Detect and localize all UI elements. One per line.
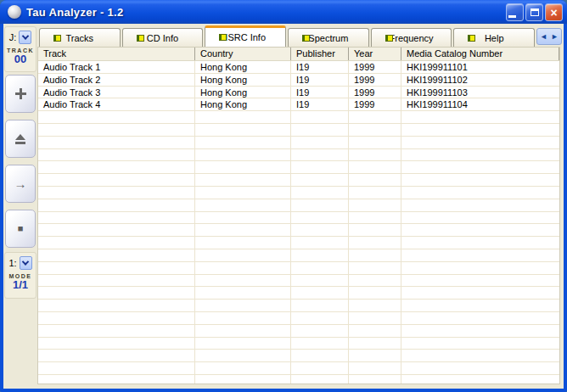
table-cell: Hong Kong: [195, 87, 291, 99]
tab-label: Spectrum: [308, 33, 348, 43]
tab-indicator-icon: [53, 35, 61, 42]
table-cell: Audio Track 3: [38, 87, 195, 99]
tab-indicator-icon: [137, 35, 144, 42]
stop-icon: ■: [18, 224, 24, 233]
isrc-info-panel: TrackCountryPublisherYearMedia Catalog N…: [37, 47, 560, 384]
window-title: Tau Analyzer - 1.2: [26, 6, 124, 19]
tab-spectrum[interactable]: Spectrum: [288, 28, 369, 47]
tab-isrc-info[interactable]: ISRC Info: [205, 25, 286, 47]
column-header-year: Year: [349, 48, 401, 60]
tab-next-button[interactable]: ►: [551, 33, 559, 41]
table-cell: Audio Track 4: [38, 98, 195, 111]
column-header-media-catalog-number: Media Catalog Number: [401, 48, 559, 60]
plus-button[interactable]: [5, 75, 36, 113]
tab-prev-button[interactable]: ◄: [540, 33, 547, 41]
tab-label: Help: [485, 33, 504, 43]
stop-button[interactable]: ■: [5, 210, 36, 248]
table-cell: Audio Track 2: [38, 74, 195, 87]
table-row[interactable]: Audio Track 3Hong KongI191999HKI19991110…: [38, 87, 559, 99]
tab-frequency[interactable]: Frequency: [371, 28, 452, 47]
drive-select[interactable]: [19, 31, 31, 44]
chevron-down-icon: [22, 258, 29, 265]
table-cell: I19: [291, 74, 349, 87]
mode-panel: 1: MODE 1/1: [4, 252, 36, 299]
session-select[interactable]: [20, 256, 32, 270]
sidebar: J: TRACK 00 → ■: [3, 24, 37, 389]
table-row[interactable]: Audio Track 2Hong KongI191999HKI19991110…: [38, 74, 559, 87]
tab-label: Tracks: [66, 33, 94, 43]
table-cell: Hong Kong: [195, 61, 291, 74]
table-cell: 1999: [349, 74, 401, 87]
minimize-button[interactable]: [506, 3, 524, 21]
close-icon: ×: [550, 7, 557, 19]
minimize-icon: [508, 15, 516, 18]
tab-tracks[interactable]: Tracks: [39, 28, 121, 47]
next-track-button[interactable]: →: [5, 165, 36, 203]
eject-icon: [15, 134, 25, 140]
table-cell: Audio Track 1: [38, 61, 195, 74]
table-cell: I19: [291, 98, 349, 111]
tab-indicator-icon: [302, 35, 310, 42]
table-cell: Hong Kong: [195, 98, 291, 111]
tab-label: Frequency: [390, 33, 434, 43]
session-select-value: 1:: [8, 258, 16, 268]
column-header-country: Country: [195, 48, 291, 60]
tab-scroll-buttons: ◄ ►: [536, 28, 562, 45]
drive-panel: J: TRACK 00: [4, 26, 36, 72]
column-header-track: Track: [38, 48, 195, 60]
tab-indicator-icon: [385, 35, 393, 42]
table-cell: HKI199911104: [401, 98, 559, 111]
tab-cd-info[interactable]: CD Info: [122, 28, 204, 47]
arrow-right-icon: →: [14, 177, 27, 190]
table-cell: I19: [291, 61, 349, 74]
eject-button[interactable]: [5, 120, 36, 158]
tab-label: ISRC Info: [225, 32, 266, 42]
titlebar: Tau Analyzer - 1.2 ×: [0, 0, 567, 24]
table-cell: HKI199911101: [401, 61, 559, 74]
tab-indicator-icon: [468, 35, 475, 42]
column-header-publisher: Publisher: [291, 48, 349, 60]
table-body: Audio Track 1Hong KongI191999HKI19991110…: [38, 61, 559, 384]
drive-select-value: J:: [9, 32, 17, 42]
table-cell: HKI199911102: [401, 74, 559, 87]
plus-icon: [15, 88, 26, 99]
table-cell: HKI199911103: [401, 87, 559, 99]
tab-label: CD Info: [147, 33, 178, 43]
window-body: J: TRACK 00 → ■: [3, 24, 564, 389]
table-cell: 1999: [349, 61, 401, 74]
maximize-icon: [531, 8, 539, 16]
chevron-down-icon: [22, 32, 29, 39]
table-header: TrackCountryPublisherYearMedia Catalog N…: [38, 48, 559, 61]
table-row[interactable]: Audio Track 4Hong KongI191999HKI19991110…: [38, 98, 559, 111]
table-cell: I19: [291, 87, 349, 99]
mode-value: 1/1: [5, 279, 36, 291]
maximize-button[interactable]: [525, 3, 543, 21]
table-cell: 1999: [349, 98, 401, 111]
app-window: Tau Analyzer - 1.2 × J: TRACK 00: [0, 0, 567, 392]
tab-indicator-icon: [219, 34, 227, 41]
table-cell: 1999: [349, 87, 401, 99]
app-icon: [8, 5, 21, 19]
table-rows: Audio Track 1Hong KongI191999HKI19991110…: [38, 61, 559, 111]
close-button[interactable]: ×: [545, 3, 563, 21]
table-row[interactable]: Audio Track 1Hong KongI191999HKI19991110…: [38, 61, 559, 74]
tab-help[interactable]: Help: [453, 28, 535, 47]
table-cell: Hong Kong: [195, 74, 291, 87]
track-value: 00: [5, 53, 36, 65]
tab-bar: Tracks CD Info ISRC Info Spectrum Freque…: [39, 25, 562, 47]
